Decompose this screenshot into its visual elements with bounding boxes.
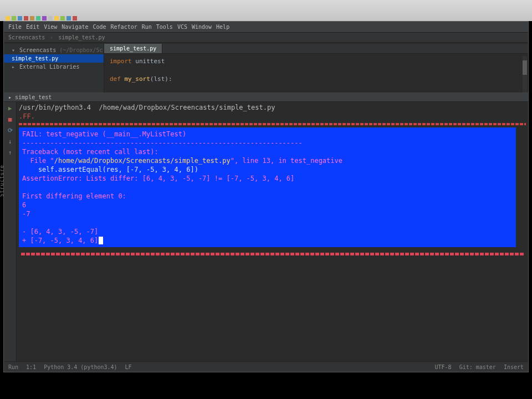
- diff-a: 6: [22, 201, 513, 209]
- menu-navigate[interactable]: Navigate: [62, 24, 88, 30]
- run-tab[interactable]: ▸ simple_test: [4, 93, 528, 102]
- main-menu[interactable]: File Edit View Navigate Code Refactor Ru…: [4, 22, 528, 33]
- menu-edit[interactable]: Edit: [26, 24, 39, 30]
- traceback-head: Traceback (most recent call last):: [22, 147, 513, 156]
- ide-window: File Edit View Navigate Code Refactor Ru…: [3, 21, 529, 372]
- status-line-col: 1:1: [26, 364, 36, 370]
- scroll-down-icon[interactable]: ↓: [6, 137, 14, 145]
- menu-code[interactable]: Code: [93, 24, 106, 30]
- status-python[interactable]: Python 3.4 (python3.4): [44, 364, 117, 370]
- status-bar: Run 1:1 Python 3.4 (python3.4) LF UTF-8 …: [4, 361, 528, 372]
- tree-expand-icon[interactable]: ▸: [12, 64, 16, 70]
- breadcrumb-part-project[interactable]: Screencasts: [8, 34, 45, 40]
- menu-file[interactable]: File: [8, 24, 22, 30]
- code-text: unittest: [132, 58, 165, 65]
- tree-expand-icon[interactable]: ▾: [12, 47, 16, 53]
- diff-list-a: - [6, 4, 3, -5, -7]: [22, 227, 513, 236]
- project-file-selected[interactable]: simple_test.py: [4, 54, 104, 63]
- scrollbar-thumb[interactable]: [523, 60, 527, 75]
- console-command: /usr/bin/python3.4 /home/wad/Dropbox/Scr…: [19, 103, 526, 112]
- console-output[interactable]: /usr/bin/python3.4 /home/wad/Dropbox/Scr…: [17, 102, 528, 362]
- status-git[interactable]: Git: master: [459, 364, 496, 370]
- run-gutter: ▶ ■ ⟳ ↓ ↑: [4, 102, 17, 362]
- run-tab-label: simple_test: [15, 94, 52, 100]
- restart-icon[interactable]: ⟳: [6, 126, 14, 134]
- separator-bar: [19, 123, 526, 125]
- editor-tab-active[interactable]: simple_test.py: [104, 44, 162, 53]
- menu-refactor[interactable]: Refactor: [111, 24, 137, 30]
- os-taskbar-icons: [6, 16, 77, 21]
- code-keyword: def: [110, 75, 125, 83]
- console-progress: .FF.: [19, 112, 526, 121]
- selected-text-block[interactable]: FAIL: test_negative (__main__.MyListTest…: [19, 127, 516, 247]
- editor-tab-label: simple_test.py: [110, 45, 156, 52]
- project-file-label: simple_test.py: [12, 55, 58, 62]
- assertion-error: AssertionError: Lists differ: [6, 4, 3, …: [22, 174, 513, 183]
- external-libraries[interactable]: ▸ External Libraries: [4, 63, 104, 71]
- rerun-icon[interactable]: ▶: [6, 104, 14, 112]
- code-func: my_sort: [125, 75, 150, 83]
- menu-help[interactable]: Help: [216, 24, 229, 30]
- project-root[interactable]: ▾ Screencasts (~/Dropbox/Screencasts): [4, 46, 104, 54]
- dash-line: ----------------------------------------…: [22, 139, 513, 147]
- diff-b: -7: [22, 209, 513, 218]
- external-libraries-label: External Libraries: [19, 64, 79, 70]
- code-text: (lst):: [150, 75, 172, 83]
- first-diff-label: First differing element 0:: [22, 192, 513, 201]
- separator-bar: [21, 253, 524, 255]
- project-root-hint: (~/Dropbox/Screencasts): [59, 47, 104, 53]
- breadcrumb-part-file[interactable]: simple_test.py: [58, 34, 105, 40]
- diff-list-b: + [-7, -5, 3, 4, 6]: [22, 236, 513, 245]
- stop-icon[interactable]: ■: [6, 115, 14, 123]
- menu-window[interactable]: Window: [192, 24, 212, 30]
- menu-view[interactable]: View: [44, 24, 57, 30]
- scroll-up-icon[interactable]: ↑: [6, 149, 14, 156]
- status-encoding[interactable]: UTF-8: [435, 364, 452, 370]
- breadcrumb[interactable]: Screencasts › simple_test.py: [4, 33, 528, 43]
- status-insert: Insert: [504, 364, 524, 370]
- status-run[interactable]: Run: [8, 364, 18, 370]
- os-taskbar: [0, 0, 532, 21]
- run-tool-window[interactable]: ▸ simple_test ▶ ■ ⟳ ↓ ↑ /usr/bin/python3…: [4, 93, 528, 362]
- traceback-code: self.assertEqual(res, [-7, -5, 3, 4, 6]): [22, 165, 513, 174]
- menu-run[interactable]: Run: [142, 24, 152, 30]
- menu-tools[interactable]: Tools: [156, 24, 173, 30]
- status-lf[interactable]: LF: [125, 364, 132, 370]
- fail-header: FAIL: test_negative (__main__.MyListTest…: [22, 130, 513, 139]
- editor-tabs[interactable]: simple_test.py: [104, 44, 528, 54]
- chevron-right-icon: ›: [50, 34, 53, 40]
- project-root-label: Screencasts: [19, 47, 56, 53]
- editor-code[interactable]: import unittest def my_sort(lst):: [104, 54, 528, 87]
- structure-tool-button[interactable]: Structure: [0, 165, 4, 197]
- code-keyword: import: [110, 58, 132, 65]
- text-cursor: [99, 237, 103, 244]
- traceback-file: File "/home/wad/Dropbox/Screencasts/simp…: [22, 156, 513, 165]
- menu-vcs[interactable]: VCS: [177, 24, 187, 30]
